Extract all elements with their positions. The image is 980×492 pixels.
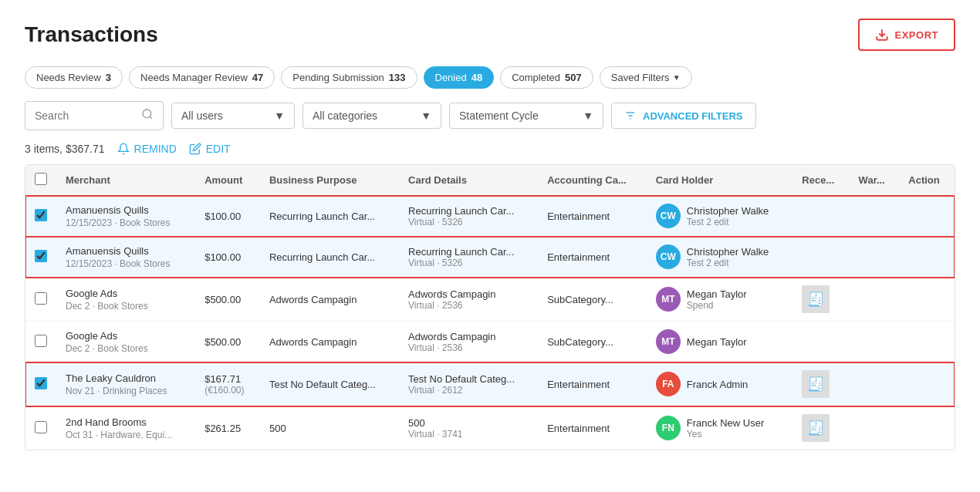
filter-tab-completed[interactable]: Completed507 (500, 66, 593, 89)
receipt-cell: 🧾 (792, 278, 849, 322)
accounting-cell: SubCategory... (538, 322, 647, 362)
row-checkbox[interactable] (35, 209, 47, 221)
col-accounting: Accounting Ca... (538, 165, 647, 196)
cardholder-cell: CW Christopher Walke Test 2 edit (647, 196, 792, 237)
card-details-cell: Recurring Launch Car... Virtual · 5326 (399, 237, 538, 278)
cardholder-cell: MT Megan Taylor (647, 322, 792, 362)
table-row: The Leaky Cauldron Nov 21 · Drinking Pla… (25, 362, 955, 406)
chevron-down-icon: ▼ (421, 110, 431, 122)
remind-button[interactable]: REMIND (117, 143, 177, 155)
warning-cell (850, 322, 900, 362)
page-header: Transactions EXPORT (25, 19, 955, 51)
col-receipt: Rece... (792, 165, 849, 196)
tab-count: 507 (565, 72, 582, 83)
business-purpose-cell: Recurring Launch Car... (260, 196, 399, 237)
chevron-down-icon: ▼ (274, 110, 285, 122)
filter-tab-needs-review[interactable]: Needs Review3 (25, 66, 123, 89)
filter-tab-saved-filters[interactable]: Saved Filters▼ (600, 66, 692, 89)
col-action: Action (899, 165, 955, 196)
filter-tab-pending-submission[interactable]: Pending Submission133 (281, 66, 417, 89)
select-all-checkbox[interactable] (35, 173, 47, 185)
selection-bar: 3 items, $367.71 REMIND EDIT (25, 143, 955, 155)
chevron-down-icon: ▼ (583, 110, 593, 122)
merchant-cell: Amanuensis Quills 12/15/2023 · Book Stor… (56, 196, 195, 237)
edit-icon (189, 143, 201, 155)
receipt-cell (792, 196, 849, 237)
accounting-cell: Entertainment (538, 406, 647, 450)
tab-count: 48 (471, 72, 482, 83)
transactions-table: Merchant Amount Business Purpose Card De… (25, 164, 955, 450)
avatar: FN (656, 416, 681, 440)
row-checkbox[interactable] (35, 292, 47, 305)
tab-label: Completed (512, 72, 560, 83)
table-row: Amanuensis Quills 12/15/2023 · Book Stor… (25, 196, 955, 237)
amount-cell: $167.71 (€160.00) (195, 362, 260, 406)
row-checkbox[interactable] (35, 377, 47, 389)
filter-tab-denied[interactable]: Denied48 (424, 66, 495, 89)
receipt-cell: 🧾 (792, 362, 849, 406)
card-details-cell: Recurring Launch Car... Virtual · 5326 (399, 196, 538, 237)
amount-cell: $261.25 (195, 406, 260, 450)
svg-line-2 (150, 116, 152, 119)
col-merchant: Merchant (56, 165, 195, 196)
checkbox-cell[interactable] (25, 237, 56, 278)
checkbox-cell[interactable] (25, 196, 56, 237)
search-input[interactable] (35, 110, 135, 122)
col-cardholder: Card Holder (647, 165, 792, 196)
action-cell (899, 362, 955, 406)
receipt-thumb: 🧾 (802, 370, 830, 398)
tab-label: Pending Submission (292, 72, 384, 83)
table-row: Google Ads Dec 2 · Book Stores $500.00 A… (25, 322, 955, 362)
cardholder-cell: CW Christopher Walke Test 2 edit (647, 237, 792, 278)
tab-count: 133 (389, 72, 406, 83)
business-purpose-cell: Recurring Launch Car... (260, 237, 399, 278)
transactions-page: Transactions EXPORT Needs Review3Needs M… (0, 0, 980, 469)
amount-cell: $500.00 (195, 278, 260, 322)
row-checkbox[interactable] (35, 421, 47, 433)
tab-count: 47 (252, 72, 263, 83)
cardholder-cell: FN Franck New User Yes (647, 406, 792, 450)
card-details-cell: 500 Virtual · 3741 (399, 406, 538, 450)
filter-tabs: Needs Review3Needs Manager Review47Pendi… (25, 66, 955, 89)
warning-cell (850, 362, 900, 406)
tab-label: Needs Review (36, 72, 101, 83)
card-details-cell: Test No Default Categ... Virtual · 2612 (399, 362, 538, 406)
export-button[interactable]: EXPORT (858, 19, 955, 51)
business-purpose-cell: Adwords Campagin (260, 322, 399, 362)
chevron-down-icon: ▼ (673, 73, 681, 82)
selection-summary: 3 items, $367.71 (25, 143, 105, 155)
filter-tab-needs-manager-review[interactable]: Needs Manager Review47 (129, 66, 275, 89)
checkbox-cell[interactable] (25, 322, 56, 362)
statement-cycle-select[interactable]: Statement Cycle ▼ (449, 103, 603, 129)
action-cell (899, 278, 955, 322)
accounting-cell: SubCategory... (538, 278, 647, 322)
edit-button[interactable]: EDIT (189, 143, 231, 155)
saved-filters-label: Saved Filters (611, 72, 670, 83)
row-checkbox[interactable] (35, 335, 47, 347)
checkbox-cell[interactable] (25, 406, 56, 450)
advanced-filters-button[interactable]: ADVANCED FILTERS (611, 103, 756, 129)
col-warning: War... (850, 165, 900, 196)
filters-row: All users ▼ All categories ▼ Statement C… (25, 101, 955, 130)
table-row: Google Ads Dec 2 · Book Stores $500.00 A… (25, 278, 955, 322)
receipt-cell (792, 237, 849, 278)
tab-label: Denied (435, 72, 467, 83)
users-select[interactable]: All users ▼ (171, 103, 295, 129)
export-icon (875, 28, 889, 42)
warning-cell (850, 278, 900, 322)
warning-cell (850, 406, 900, 450)
merchant-cell: The Leaky Cauldron Nov 21 · Drinking Pla… (56, 362, 195, 406)
tab-count: 3 (106, 72, 111, 83)
checkbox-cell[interactable] (25, 278, 56, 322)
table-row: Amanuensis Quills 12/15/2023 · Book Stor… (25, 237, 955, 278)
avatar: CW (656, 244, 681, 269)
accounting-cell: Entertainment (538, 196, 647, 237)
categories-select[interactable]: All categories ▼ (302, 103, 441, 129)
search-box[interactable] (25, 101, 164, 130)
row-checkbox[interactable] (35, 250, 47, 262)
avatar: MT (656, 287, 681, 312)
card-details-cell: Adwords Campagin Virtual · 2536 (399, 322, 538, 362)
warning-cell (850, 237, 900, 278)
checkbox-cell[interactable] (25, 362, 56, 406)
receipt-thumb: 🧾 (802, 285, 830, 313)
